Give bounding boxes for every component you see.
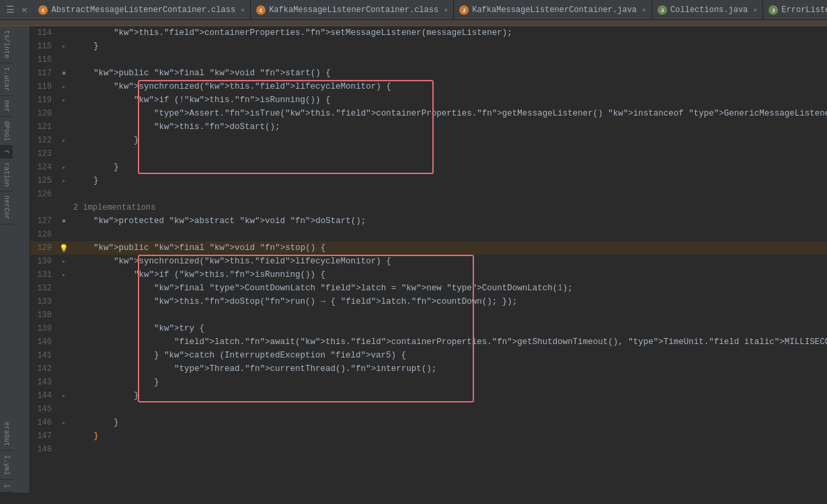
sidebar-item-1[interactable]: t.ucar bbox=[0, 63, 13, 96]
line-number: 147 bbox=[30, 431, 57, 441]
line-number: 144 bbox=[30, 391, 57, 401]
code-line: 123 bbox=[30, 147, 827, 161]
tabs-container: CAbstractMessageListenerContainer.class✕… bbox=[33, 0, 827, 19]
green-dot-icon: ● bbox=[62, 217, 67, 225]
code-content: "kw">this."fn">doStop("fn">run() → { "fi… bbox=[71, 295, 827, 308]
line-number: 131 bbox=[30, 270, 57, 280]
sidebar-bottom-item-1[interactable]: l.yml bbox=[0, 451, 13, 480]
code-line: 131▸ "kw">if ("kw">this."fn">isRunning()… bbox=[30, 268, 827, 282]
line-number: 120 bbox=[30, 109, 57, 118]
main-area: ts/intet.ucarnerdPoolrrationnerCor eraSu… bbox=[0, 26, 827, 493]
green-dot-icon: ● bbox=[62, 69, 67, 77]
line-number: 142 bbox=[30, 364, 57, 374]
code-line: 144▸ } bbox=[30, 389, 827, 403]
line-marker: ▸ bbox=[57, 163, 71, 171]
line-marker: ▸ bbox=[57, 42, 71, 50]
line-number: 138 bbox=[30, 310, 57, 320]
tab-icon: C bbox=[38, 5, 48, 15]
tab-bar: ☰ ✕ CAbstractMessageListenerContainer.cl… bbox=[0, 0, 827, 20]
code-content: "kw">protected "kw">abstract "kw">void "… bbox=[71, 214, 827, 228]
fold-icon: ▸ bbox=[62, 96, 66, 104]
line-marker: 💡 bbox=[57, 244, 71, 253]
code-line: 130▸ "kw">synchronized("kw">this."field"… bbox=[30, 255, 827, 268]
line-number: 145 bbox=[30, 405, 57, 414]
sidebar-item-2[interactable]: ner bbox=[0, 96, 13, 117]
code-line: 125▸ } bbox=[30, 174, 827, 187]
code-line: 114 "kw">this."field">containerPropertie… bbox=[30, 26, 827, 40]
line-number: 125 bbox=[30, 176, 57, 185]
fold-icon: ▸ bbox=[62, 163, 66, 171]
code-line: 115▸ } bbox=[30, 40, 827, 53]
code-line: 127● "kw">protected "kw">abstract "kw">v… bbox=[30, 214, 827, 228]
fold-icon: ▸ bbox=[62, 177, 66, 185]
tab-close-button[interactable]: ✕ bbox=[642, 6, 646, 14]
sidebar-bottom-item-2[interactable]: l bbox=[0, 480, 13, 493]
code-content: } bbox=[71, 174, 827, 187]
line-marker: ▸ bbox=[57, 392, 71, 400]
code-line: 140 "field">latch."fn">await("kw">this."… bbox=[30, 335, 827, 349]
sidebar-item-5[interactable]: ration bbox=[0, 159, 13, 192]
tab-collapse-button[interactable]: ☰ bbox=[4, 4, 17, 15]
tab-close-button[interactable]: ✕ bbox=[241, 6, 245, 14]
tab-tab1[interactable]: CAbstractMessageListenerContainer.class✕ bbox=[33, 0, 251, 20]
code-content: } bbox=[71, 389, 827, 403]
line-marker: ▸ bbox=[57, 257, 71, 265]
code-content: "kw">public "kw">final "kw">void "fn">st… bbox=[71, 67, 827, 80]
code-area[interactable]: 114 "kw">this."field">containerPropertie… bbox=[30, 26, 827, 493]
tab-icon: C bbox=[256, 5, 266, 15]
sidebar-item-3[interactable]: dPool bbox=[0, 117, 13, 146]
line-number: 146 bbox=[30, 418, 57, 427]
implementations-label: 2 implementations bbox=[30, 201, 827, 214]
code-line: 148 bbox=[30, 443, 827, 456]
sidebar-items-top: ts/intet.ucarnerdPoolrrationnerCor bbox=[0, 26, 30, 224]
code-line: 143 } bbox=[30, 376, 827, 389]
tab-close-button[interactable]: ✕ bbox=[753, 6, 757, 14]
editor: 114 "kw">this."field">containerPropertie… bbox=[30, 26, 827, 493]
code-line: 120 "type">Assert."fn">isTrue("kw">this.… bbox=[30, 107, 827, 120]
sidebar-items-bottom: eraSutl.ymll bbox=[0, 418, 30, 493]
code-line: 118▸ "kw">synchronized("kw">this."field"… bbox=[30, 80, 827, 93]
sidebar-item-0[interactable]: ts/inte bbox=[0, 26, 13, 63]
code-content: } bbox=[71, 40, 827, 53]
sidebar-item-6[interactable]: nerCor bbox=[0, 192, 13, 224]
tab-close-button[interactable]: ✕ bbox=[444, 6, 448, 14]
line-number: 117 bbox=[30, 69, 57, 78]
line-number: 119 bbox=[30, 95, 57, 105]
line-marker: ▸ bbox=[57, 96, 71, 104]
impl-text: 2 implementations bbox=[73, 203, 155, 212]
code-line: 147 } bbox=[30, 429, 827, 443]
code-content: "field">latch."fn">await("kw">this."fiel… bbox=[71, 335, 827, 349]
line-marker: ● bbox=[57, 69, 71, 77]
code-line: 145 bbox=[30, 403, 827, 416]
fold-icon: ▸ bbox=[62, 83, 66, 91]
tab-label: Collections.java bbox=[670, 5, 748, 15]
tab-tab3[interactable]: JKafkaMessageListenerContainer.java✕ bbox=[454, 0, 652, 20]
tab-tab5[interactable]: JErrorListenner.java✕ bbox=[763, 0, 827, 20]
sidebar-item-4[interactable]: r bbox=[0, 146, 13, 159]
code-content: "kw">this."fn">doStart(); bbox=[71, 120, 827, 134]
tab-controls: ☰ ✕ bbox=[0, 0, 33, 19]
code-line: 146▸ } bbox=[30, 416, 827, 429]
line-number: 123 bbox=[30, 149, 57, 159]
code-line: 129💡 "kw">public "kw">final "kw">void "f… bbox=[30, 241, 827, 255]
sidebar-bottom-item-0[interactable]: eraSut bbox=[0, 418, 13, 451]
line-number: 148 bbox=[30, 445, 57, 454]
fold-icon: ▸ bbox=[62, 136, 66, 144]
line-marker: ▸ bbox=[57, 83, 71, 91]
tab-tab4[interactable]: JCollections.java✕ bbox=[652, 0, 763, 20]
tab-label: AbstractMessageListenerContainer.class bbox=[51, 5, 235, 15]
code-line: 121 "kw">this."fn">doStart(); bbox=[30, 120, 827, 134]
line-number: 139 bbox=[30, 324, 57, 333]
fold-icon: ▸ bbox=[62, 419, 66, 427]
tab-icon: J bbox=[769, 5, 778, 15]
line-number: 126 bbox=[30, 190, 57, 199]
code-line: 117● "kw">public "kw">final "kw">void "f… bbox=[30, 67, 827, 80]
tab-close-all-button[interactable]: ✕ bbox=[19, 4, 29, 15]
line-marker: ● bbox=[57, 217, 71, 225]
code-content: "kw">try { bbox=[71, 322, 827, 335]
code-line: 142 "type">Thread."fn">currentThread()."… bbox=[30, 362, 827, 376]
tab-tab2[interactable]: CKafkaMessageListenerContainer.class✕ bbox=[251, 0, 454, 20]
line-number: 122 bbox=[30, 136, 57, 145]
tab-label: ErrorListenner.java bbox=[781, 5, 827, 15]
line-number: 130 bbox=[30, 257, 57, 266]
